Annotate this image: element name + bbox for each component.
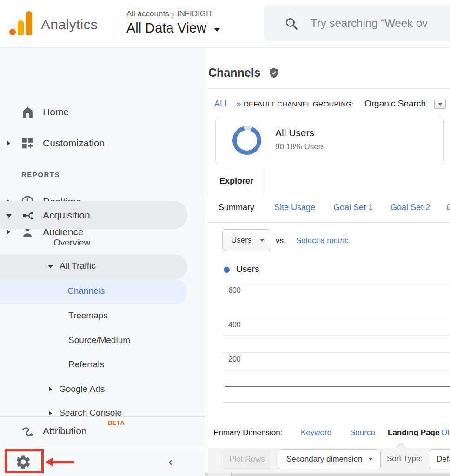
sidebar-item-label: Search Console — [59, 408, 122, 416]
sidebar-item-label: Home — [43, 106, 69, 118]
chevron-right-icon — [49, 411, 52, 416]
chart-gridline — [223, 352, 450, 353]
chart-gridline — [223, 335, 450, 336]
page-title: Channels — [208, 66, 261, 79]
legend-dot — [224, 267, 230, 273]
sidebar-item-label: Google Ads — [59, 384, 105, 394]
breadcrumb-value: Organic Search — [364, 99, 426, 109]
subtab-goal-set-2[interactable]: Goal Set 2 — [390, 203, 430, 212]
sidebar-item-label: Referrals — [68, 359, 104, 370]
primary-dimension-landing-page[interactable]: Landing Page — [388, 428, 439, 437]
chart-gridline — [223, 301, 450, 301]
sidebar-item-label: All Traffic — [60, 261, 96, 271]
toolbar-notch-fill — [397, 444, 405, 448]
sidebar-item-source-medium[interactable]: Source/Medium — [0, 329, 205, 353]
account-trail: All accounts — [126, 9, 169, 19]
account-name: INFIDIGIT — [177, 9, 213, 19]
sidebar-item-all-traffic[interactable]: All Traffic — [0, 254, 187, 279]
logo-bar-mid — [18, 20, 24, 35]
select-metric-link[interactable]: Select a metric — [296, 236, 348, 245]
sidebar-item-search-console[interactable]: Search Console — [0, 402, 205, 416]
plot-rows-label: Plot Rows — [229, 455, 265, 464]
sidebar-item-label: Overview — [53, 238, 90, 248]
subtab-cutoff[interactable]: G — [446, 203, 450, 212]
chevron-down-icon — [6, 214, 12, 218]
sidebar-item-acquisition[interactable]: Acquisition — [0, 202, 187, 229]
metric-dropdown[interactable]: Users — [222, 229, 271, 251]
secondary-dimension-dropdown[interactable]: Secondary dimension — [278, 449, 381, 469]
reports-section-label: REPORTS — [21, 171, 60, 178]
sidebar-item-label: Treemaps — [68, 311, 108, 321]
plot-rows-button[interactable]: Plot Rows — [223, 450, 271, 469]
chevron-down-icon — [48, 265, 53, 268]
sidebar-item-label: Customization — [43, 138, 105, 149]
logo-bar-tall — [26, 11, 32, 35]
search-icon — [285, 17, 298, 31]
sidebar-item-home[interactable]: Home — [0, 100, 205, 125]
shield-check-icon — [268, 67, 280, 79]
sidebar-item-label: Source/Medium — [68, 335, 130, 345]
customization-icon — [20, 136, 34, 150]
y-tick-200: 200 — [228, 355, 241, 364]
table-header-strip — [205, 473, 450, 476]
chevron-down-icon — [260, 239, 265, 242]
report-panel: ALL » DEFAULT CHANNEL GROUPING: Organic … — [208, 88, 450, 476]
subtab-bar: Summary Site Usage Goal Set 1 Goal Set 2… — [208, 194, 450, 223]
chart-x-axis — [225, 386, 450, 387]
home-icon — [20, 105, 35, 119]
breadcrumb-all-link[interactable]: ALL — [214, 99, 229, 109]
logo-dot — [9, 29, 16, 35]
legend-label: Users — [236, 264, 259, 274]
chart-baseline — [223, 402, 450, 403]
chart-gridline — [223, 370, 450, 370]
collapse-sidebar-icon[interactable]: ‹ — [168, 454, 173, 469]
subtab-summary[interactable]: Summary — [218, 203, 254, 212]
sidebar-item-google-ads[interactable]: Google Ads — [0, 377, 205, 402]
view-selector[interactable]: All Data View — [126, 20, 220, 36]
chevron-down-icon — [438, 103, 443, 106]
sidebar-item-channels[interactable]: Channels — [0, 279, 187, 304]
subtab-site-usage[interactable]: Site Usage — [274, 203, 315, 212]
breadcrumb-separator: » — [236, 99, 241, 109]
tab-label: Explorer — [208, 176, 253, 186]
sidebar-item-customization[interactable]: Customization — [0, 131, 205, 156]
sort-type-value: Defa — [437, 455, 450, 464]
sidebar-item-overview[interactable]: Overview — [0, 231, 205, 255]
search-input[interactable] — [311, 6, 450, 41]
analytics-app: Analytics All accounts › INFIDIGIT All D… — [0, 0, 450, 476]
sidebar-item-treemaps[interactable]: Treemaps — [0, 304, 205, 328]
table-header-cell — [208, 473, 232, 476]
tab-explorer[interactable]: Explorer — [208, 168, 264, 194]
sidebar-item-label: Channels — [67, 286, 105, 296]
table-toolbar: Plot Rows Secondary dimension Sort Type:… — [208, 448, 450, 473]
search-bar[interactable] — [264, 6, 450, 41]
analytics-logo[interactable] — [9, 11, 34, 36]
sidebar-item-attribution[interactable]: Attribution BETA — [0, 416, 205, 447]
primary-dimension-keyword[interactable]: Keyword — [301, 428, 331, 437]
primary-dimension-label: Primary Dimension: — [213, 428, 282, 437]
sidebar: Home Customization REPORTS Realtime — [0, 48, 205, 476]
primary-dimension-other[interactable]: Oth — [441, 428, 450, 437]
chevron-down-icon — [214, 28, 220, 32]
acquisition-icon — [20, 209, 34, 223]
chevron-right-icon: › — [169, 10, 177, 18]
segment-card-all-users[interactable]: All Users 90.18% Users — [215, 118, 444, 164]
app-header: Analytics All accounts › INFIDIGIT All D… — [0, 0, 450, 48]
view-name: All Data View — [126, 20, 206, 36]
sidebar-item-referrals[interactable]: Referrals — [0, 353, 205, 377]
annotation-arrow-line — [52, 461, 74, 463]
breadcrumb-dropdown-button[interactable] — [434, 99, 446, 109]
segment-name: All Users — [275, 127, 314, 139]
primary-dimension-source[interactable]: Source — [350, 428, 375, 437]
subtab-goal-set-1[interactable]: Goal Set 1 — [333, 203, 373, 212]
chevron-right-icon — [49, 387, 52, 391]
chevron-right-icon — [7, 140, 10, 146]
breadcrumb-dimension-label: DEFAULT CHANNEL GROUPING: — [244, 100, 353, 108]
sidebar-item-label: Attribution — [43, 425, 87, 436]
account-breadcrumb[interactable]: All accounts › INFIDIGIT — [126, 9, 213, 19]
chart-gridline — [223, 318, 450, 318]
y-tick-600: 600 — [228, 286, 241, 295]
sort-type-dropdown[interactable]: Defa — [429, 449, 450, 469]
brand-name: Analytics — [41, 17, 98, 33]
annotation-box — [5, 449, 44, 473]
